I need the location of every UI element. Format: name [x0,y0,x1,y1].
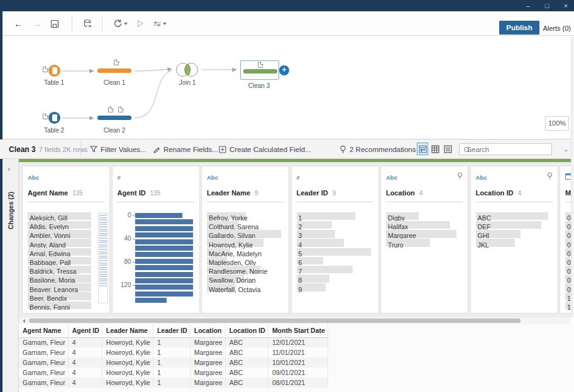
grid-cell[interactable]: 1 [153,337,190,347]
histogram-bar[interactable] [135,285,193,290]
grid-header-cell[interactable]: Location ID [225,324,268,337]
grid-cell[interactable]: 4 [68,347,102,357]
value-row[interactable]: Aleksich, Gill [28,212,94,220]
grid-cell[interactable]: Margaree [190,337,225,347]
value-row[interactable]: 8 [297,274,373,283]
grid-cell[interactable]: Margaree [190,347,225,357]
value-row[interactable]: 12/01/2021 [565,310,571,310]
grid-cell[interactable]: Howroyd, Kylie [102,337,153,347]
grid-cell[interactable]: Garnam, Fleur [19,347,68,357]
histogram-bar[interactable] [135,259,193,264]
changes-panel-collapsed[interactable]: › Changes (2) [3,159,19,392]
grid-cell[interactable]: ABC [225,368,268,378]
flow-node-clean2[interactable] [97,116,131,120]
profile-card-agent-id[interactable]: #Agent ID13504080120 [112,166,200,313]
value-row[interactable]: 6 [297,256,373,265]
recommendations-button[interactable]: 2 Recommendations [339,139,424,159]
value-row[interactable]: JKL [476,239,553,248]
grid-cell[interactable]: ABC [225,357,268,368]
grid-cell[interactable]: Garnam, Fleur [19,357,68,368]
refresh-flow-icon[interactable] [113,19,128,28]
refresh-caret-icon[interactable] [124,23,128,25]
value-row[interactable]: 04/01/2021 [565,239,571,248]
value-row[interactable]: Truro [386,239,463,248]
grid-cell[interactable]: 1 [153,368,190,378]
value-row[interactable]: Colthard, Sarena [207,220,284,229]
value-row[interactable]: Halifax [386,220,463,229]
grid-cell[interactable]: 4 [68,337,102,347]
flow-node-join1[interactable] [176,63,199,78]
grid-cell[interactable]: ABC [225,378,268,388]
grid-cell[interactable]: 10/01/2021 [268,357,328,368]
flow-pane[interactable]: Table 1 Clean 1 Join 1 + Clean 3 Table 2… [3,36,571,139]
value-row[interactable]: Bilsborrow, Edy [28,310,94,310]
value-row[interactable]: DEF [476,220,553,229]
grid-cell[interactable]: 1 [153,378,190,388]
grid-cell[interactable]: Howroyd, Kylie [102,357,153,368]
histogram-bar[interactable] [135,232,193,237]
value-row[interactable]: Swallow, Dorian [207,274,284,283]
value-row[interactable]: Babbage, Pall [28,256,94,265]
grid-cell[interactable]: Garnam, Fleur [19,368,68,378]
value-row[interactable]: Gallardo, Silvan [207,229,284,238]
card-scrollbar-thumb[interactable] [99,215,107,287]
value-row[interactable]: Befroy, Yorke [207,212,284,220]
value-row[interactable]: 01/01/2021 [565,212,571,220]
grid-cell[interactable]: 4 [68,368,102,378]
horizontal-scrollbar[interactable] [19,317,571,324]
grid-view-toggle[interactable] [429,143,441,155]
value-row[interactable]: GHI [476,229,553,238]
value-row[interactable]: 11/01/2021 [565,301,571,310]
expand-chevron-icon[interactable]: › [8,164,10,173]
value-row[interactable]: 7 [297,265,373,274]
grid-cell[interactable]: Margaree [190,378,225,388]
grid-cell[interactable]: 09/01/2021 [268,368,328,378]
horizontal-scrollbar-thumb[interactable] [29,318,521,323]
alerts-button[interactable]: Alerts (0) [543,24,571,32]
histogram-bar[interactable] [135,226,193,231]
create-calculated-field-button[interactable]: Create Calculated Field... [219,139,311,159]
value-row[interactable]: 2 [297,220,373,229]
grid-header-cell[interactable]: Month Start Date [268,324,328,337]
value-row[interactable]: Maplesden, Olly [207,256,284,265]
scroll-left-arrow-icon[interactable] [23,319,25,323]
profile-card-leader-name[interactable]: AbcLeader Name9Befroy, YorkeColthard, Sa… [201,166,289,313]
value-row[interactable]: 08/01/2021 [565,274,571,283]
value-row[interactable]: Baldrick, Tressa [28,265,94,274]
collapse-chevron-icon[interactable]: ⌄ [563,145,569,153]
value-row[interactable]: 05/01/2021 [565,248,571,256]
grid-header-cell[interactable]: Location [190,324,225,337]
grid-cell[interactable]: 11/01/2021 [268,347,328,357]
histogram-bar[interactable] [135,291,193,297]
histogram-bar[interactable] [135,219,193,224]
profile-card-location-id[interactable]: AbcLocation ID4ABCDEFGHIJKL [470,166,558,313]
grid-header-cell[interactable]: Agent Name [19,324,68,337]
flow-node-table1[interactable] [48,65,60,77]
value-row[interactable]: Bennis, Fanni [28,301,94,310]
grid-cell[interactable]: Howroyd, Kylie [102,368,153,378]
grid-cell[interactable]: Garnam, Fleur [19,337,68,347]
grid-cell[interactable]: ABC [225,337,268,347]
value-row[interactable]: Howroyd, Kylie [207,239,284,248]
value-row[interactable]: 1 [297,212,373,220]
value-row[interactable]: 10/01/2021 [565,292,571,301]
grid-cell[interactable]: 08/01/2021 [268,378,328,388]
forward-icon[interactable]: → [32,19,41,28]
value-row[interactable]: Beer, Bendix [28,292,94,301]
histogram-bar[interactable] [135,213,182,218]
profile-card-month-start-date[interactable]: Month Start Date01/01/202102/01/202103/0… [560,166,571,313]
minimize-icon[interactable]: – [524,0,533,11]
value-row[interactable]: Beaver, Leanora [28,283,94,292]
save-icon[interactable] [50,19,59,28]
value-row[interactable]: Basilone, Moria [28,274,94,283]
value-row[interactable]: MacAne, Madelyn [207,248,284,256]
value-row[interactable]: Ambler, Vonni [28,229,94,238]
grid-cell[interactable]: Margaree [190,368,225,378]
grid-cell[interactable]: 1 [153,347,190,357]
value-row[interactable]: 5 [297,248,373,256]
filter-values-button[interactable]: Filter Values... [90,139,146,159]
card-scrollbar[interactable] [98,213,108,303]
profile-card-location[interactable]: AbcLocation4DigbyHalifaxMargareeTruro [380,166,468,313]
profile-view-toggle[interactable] [417,143,428,155]
histogram-bar[interactable] [135,265,193,270]
